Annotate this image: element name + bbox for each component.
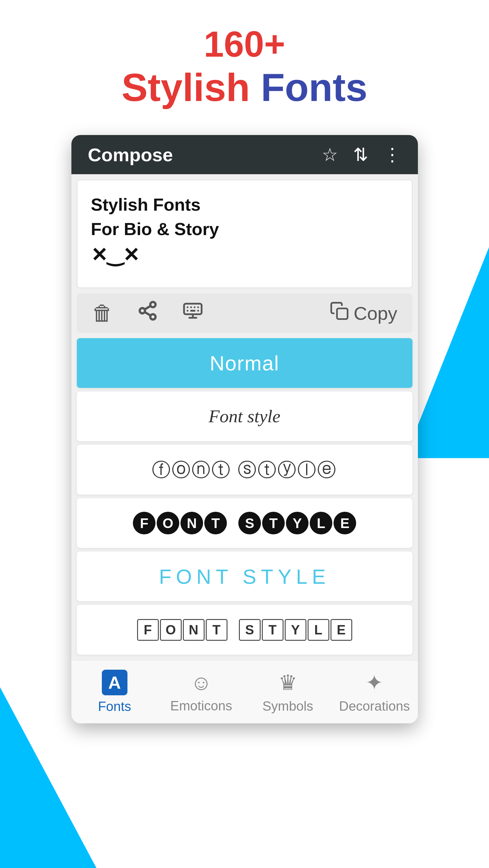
font-item-boxed-label: F O N T S T Y L E	[137, 619, 352, 641]
compose-line3: ✕‿✕	[91, 241, 398, 269]
fonts-icon: A	[102, 670, 127, 695]
font-item-serif[interactable]: Font style	[77, 392, 413, 441]
header-stylish: Stylish	[122, 65, 250, 110]
font-item-bubble-label: F O N T S T Y L E	[133, 512, 356, 534]
nav-item-fonts[interactable]: A Fonts	[71, 660, 158, 723]
nav-label-emoticons: Emoticons	[170, 698, 232, 713]
nav-label-decorations: Decorations	[339, 699, 410, 714]
phone-topbar: Compose ☆ ⇅ ⋮	[71, 135, 418, 174]
delete-button[interactable]: 🗑	[92, 301, 113, 325]
font-item-circle[interactable]: ⓕⓞⓝⓣ ⓢⓣⓨⓛⓔ	[77, 445, 413, 495]
nav-item-decorations[interactable]: ✦ Decorations	[331, 660, 418, 723]
phone-frame: Compose ☆ ⇅ ⋮ Stylish Fonts For Bio & St…	[71, 135, 418, 723]
compose-area[interactable]: Stylish Fonts For Bio & Story ✕‿✕	[77, 180, 413, 288]
font-item-circle-label: ⓕⓞⓝⓣ ⓢⓣⓨⓛⓔ	[152, 457, 337, 483]
decorations-icon: ✦	[365, 670, 383, 695]
font-list: Normal Font style ⓕⓞⓝⓣ ⓢⓣⓨⓛⓔ F O N T S	[77, 338, 413, 655]
svg-line-4	[144, 306, 151, 310]
share-button[interactable]	[137, 300, 158, 326]
font-item-thin-caps-label: FONT STYLE	[159, 565, 330, 588]
more-icon[interactable]: ⋮	[383, 144, 401, 165]
font-item-normal[interactable]: Normal	[77, 338, 413, 388]
copy-icon	[330, 301, 349, 325]
copy-button[interactable]: Copy	[330, 301, 397, 325]
svg-rect-5	[184, 304, 201, 314]
svg-rect-15	[337, 308, 348, 319]
nav-item-emoticons[interactable]: ☺ Emoticons	[158, 660, 244, 723]
nav-item-symbols[interactable]: ♛ Symbols	[244, 660, 331, 723]
header-count: 160+	[0, 24, 489, 64]
topbar-title: Compose	[88, 144, 173, 165]
emoticons-icon: ☺	[190, 671, 212, 695]
copy-label: Copy	[354, 303, 397, 324]
font-item-boxed[interactable]: F O N T S T Y L E	[77, 605, 413, 655]
header-fonts: Fonts	[261, 65, 367, 110]
nav-label-symbols: Symbols	[262, 699, 313, 714]
nav-label-fonts: Fonts	[98, 699, 131, 714]
phone-container: Compose ☆ ⇅ ⋮ Stylish Fonts For Bio & St…	[0, 135, 489, 723]
header-section: 160+ Stylish Fonts	[0, 0, 489, 129]
compose-line2: For Bio & Story	[91, 217, 398, 241]
sort-icon[interactable]: ⇅	[353, 144, 368, 165]
symbols-icon: ♛	[279, 670, 297, 695]
font-item-serif-label: Font style	[208, 406, 280, 427]
header-subtitle: Stylish Fonts	[0, 64, 489, 111]
font-item-bubble[interactable]: F O N T S T Y L E	[77, 498, 413, 548]
star-icon[interactable]: ☆	[322, 144, 338, 165]
keyboard-button[interactable]	[182, 300, 203, 326]
font-item-normal-label: Normal	[210, 351, 279, 375]
topbar-icons: ☆ ⇅ ⋮	[322, 144, 401, 165]
toolbar: 🗑	[77, 293, 413, 333]
compose-line1: Stylish Fonts	[91, 192, 398, 217]
bottom-nav: A Fonts ☺ Emoticons ♛ Symbols ✦ Decorati…	[71, 660, 418, 723]
font-item-thin-caps[interactable]: FONT STYLE	[77, 552, 413, 601]
svg-line-3	[144, 312, 151, 315]
